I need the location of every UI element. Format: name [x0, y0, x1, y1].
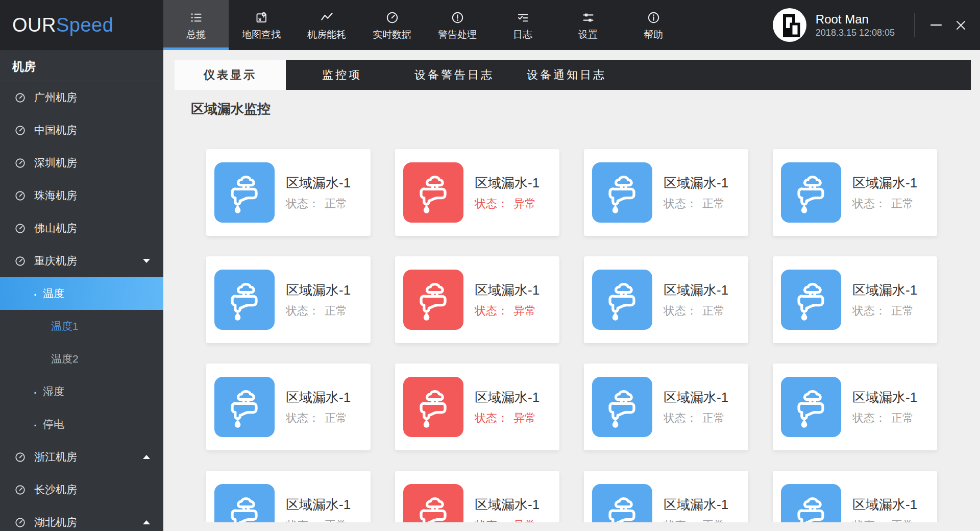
device-status-label: 状态：	[852, 304, 886, 317]
device-status-value: 正常	[702, 197, 725, 210]
sidebar-subitem-temperature[interactable]: · 温度	[0, 277, 163, 310]
device-card[interactable]: 区域漏水-1 状态：异常	[395, 364, 559, 450]
nav-item-settings[interactable]: 设置	[555, 0, 621, 50]
sidebar-item-chongqing[interactable]: 重庆机房	[0, 245, 163, 277]
device-card[interactable]: 区域漏水-1 状态：正常	[773, 256, 937, 343]
main-content: 仪表显示 监控项 设备警告日志 设备通知日志 区域漏水监控	[163, 50, 980, 531]
device-card[interactable]: 区域漏水-1 状态：异常	[395, 256, 559, 343]
device-card[interactable]: 区域漏水-1 状态：正常	[206, 256, 371, 343]
nav-item-label: 设置	[578, 30, 598, 40]
device-status-label: 状态：	[664, 519, 697, 522]
device-card[interactable]: 区域漏水-1 状态：正常	[584, 364, 748, 450]
minimize-button[interactable]	[924, 0, 948, 50]
nav-item-energy[interactable]: 机房能耗	[294, 0, 359, 50]
device-card[interactable]: 区域漏水-1 状态：异常	[395, 471, 559, 522]
sidebar-item-foshan[interactable]: 佛山机房	[0, 212, 163, 245]
device-card-text: 区域漏水-1 状态：正常	[664, 389, 728, 425]
device-card[interactable]: 区域漏水-1 状态：异常	[395, 149, 559, 236]
device-status-label: 状态：	[475, 197, 508, 210]
faucet-icon	[214, 484, 275, 522]
device-status-value: 正常	[325, 519, 347, 522]
device-status-value: 正常	[891, 412, 914, 424]
sidebar-subitem-label: 湿度	[43, 384, 64, 399]
close-button[interactable]	[948, 0, 973, 50]
sidebar-item-zhongguo[interactable]: 中国机房	[0, 114, 163, 147]
tab-bar: 仪表显示 监控项 设备警告日志 设备通知日志	[175, 60, 971, 90]
sidebar-subitem-temperature-2[interactable]: 温度2	[0, 343, 163, 375]
device-title: 区域漏水-1	[664, 281, 728, 299]
device-status-label: 状态：	[852, 197, 886, 210]
device-status: 状态：正常	[286, 518, 351, 522]
nav-item-alert-handling[interactable]: 警告处理	[425, 0, 490, 50]
nav-item-realtime-data[interactable]: 实时数据	[359, 0, 425, 50]
alert-circle-icon	[451, 11, 464, 25]
nav-item-logs[interactable]: 日志	[490, 0, 555, 50]
chevron-down-icon	[143, 259, 150, 263]
sidebar-item-guangzhou[interactable]: 广州机房	[0, 81, 163, 114]
sidebar-item-shenzhen[interactable]: 深圳机房	[0, 147, 163, 179]
tab-gauge-display[interactable]: 仪表显示	[175, 60, 286, 90]
faucet-icon	[592, 484, 652, 522]
device-card[interactable]: 区域漏水-1 状态：正常	[584, 149, 748, 236]
device-card[interactable]: 区域漏水-1 状态：正常	[584, 471, 748, 522]
logo-text-our: OUR	[12, 14, 56, 36]
sidebar-item-hubei[interactable]: 湖北机房	[0, 506, 163, 531]
faucet-icon	[592, 162, 652, 223]
device-card[interactable]: 区域漏水-1 状态：正常	[206, 364, 371, 450]
device-card-text: 区域漏水-1 状态：正常	[286, 281, 351, 318]
faucet-icon	[781, 484, 841, 522]
device-status-value: 异常	[513, 304, 536, 317]
device-status: 状态：正常	[852, 197, 917, 211]
sidebar-item-label: 中国机房	[34, 123, 77, 137]
nav-item-label: 警告处理	[438, 30, 477, 40]
device-title: 区域漏水-1	[475, 281, 540, 299]
device-card-text: 区域漏水-1 状态：正常	[286, 496, 351, 522]
sidebar-subitem-power-outage[interactable]: · 停电	[0, 408, 163, 441]
device-card[interactable]: 区域漏水-1 状态：正常	[773, 149, 937, 236]
device-card[interactable]: 区域漏水-1 状态：正常	[206, 149, 371, 236]
faucet-icon	[781, 270, 841, 330]
device-status: 状态：正常	[664, 304, 728, 318]
tab-device-alert-log[interactable]: 设备警告日志	[398, 60, 510, 90]
cards-scroll-area[interactable]: 区域漏水监控 区域漏水-1	[163, 90, 980, 522]
device-title: 区域漏水-1	[852, 389, 917, 406]
tab-device-notice-log[interactable]: 设备通知日志	[510, 60, 623, 90]
device-card-text: 区域漏水-1 状态：异常	[475, 496, 540, 522]
sidebar-subitem-temperature-1[interactable]: 温度1	[0, 310, 163, 343]
sidebar-item-zhejiang[interactable]: 浙江机房	[0, 441, 163, 473]
current-datetime: 2018.3.15 12:08:05	[816, 27, 895, 39]
chevron-up-icon	[143, 455, 150, 459]
faucet-icon	[214, 162, 275, 223]
sidebar-item-changsha[interactable]: 长沙机房	[0, 473, 163, 506]
nav-item-help[interactable]: 帮助	[621, 0, 686, 50]
device-status: 状态：正常	[286, 197, 351, 211]
sidebar-item-zhuhai[interactable]: 珠海机房	[0, 179, 163, 212]
device-card-text: 区域漏水-1 状态：异常	[475, 174, 540, 211]
device-card[interactable]: 区域漏水-1 状态：正常	[773, 471, 937, 522]
nav-item-label: 帮助	[644, 30, 663, 40]
nav-item-map-search[interactable]: 地图查找	[229, 0, 294, 50]
tab-bar-filler	[623, 60, 971, 90]
faucet-icon	[592, 377, 652, 437]
sidebar-subitem-humidity[interactable]: · 湿度	[0, 375, 163, 408]
tab-monitor-items[interactable]: 监控项	[286, 60, 398, 90]
device-title: 区域漏水-1	[664, 174, 728, 191]
device-card-text: 区域漏水-1 状态：异常	[475, 281, 540, 318]
device-card-text: 区域漏水-1 状态：正常	[664, 496, 728, 522]
gauge-icon	[14, 157, 26, 169]
device-card[interactable]: 区域漏水-1 状态：正常	[206, 471, 371, 522]
nav-item-label: 地图查找	[242, 30, 281, 40]
device-status-value: 正常	[891, 519, 914, 522]
user-avatar[interactable]	[773, 8, 806, 42]
info-circle-icon	[647, 11, 660, 25]
device-status: 状态：异常	[475, 411, 540, 425]
faucet-icon	[403, 162, 463, 223]
nav-item-overview[interactable]: 总揽	[163, 0, 229, 50]
sidebar: 机房 广州机房 中国机房 深圳机房 珠海机房 佛山机房 重庆机房 · 温度 温度…	[0, 50, 163, 531]
device-title: 区域漏水-1	[852, 174, 917, 191]
device-status-value: 正常	[891, 197, 914, 210]
gauge-icon	[14, 255, 26, 267]
device-card[interactable]: 区域漏水-1 状态：正常	[773, 364, 937, 450]
device-card[interactable]: 区域漏水-1 状态：正常	[584, 256, 748, 343]
user-name: Root Man	[816, 11, 895, 27]
